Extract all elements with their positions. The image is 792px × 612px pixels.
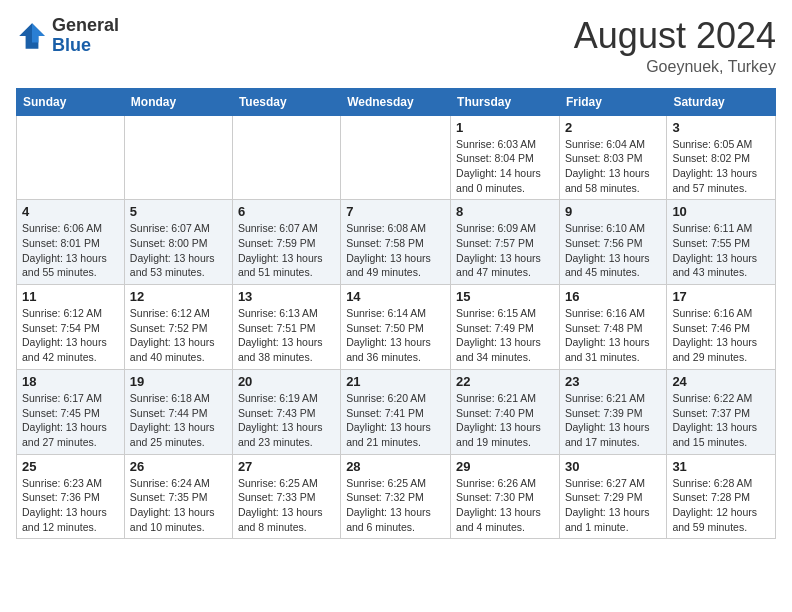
day-number: 8 <box>456 204 554 219</box>
day-info: Sunrise: 6:27 AMSunset: 7:29 PMDaylight:… <box>565 476 661 535</box>
day-info: Sunrise: 6:28 AMSunset: 7:28 PMDaylight:… <box>672 476 770 535</box>
day-cell: 4Sunrise: 6:06 AMSunset: 8:01 PMDaylight… <box>17 200 125 285</box>
day-number: 12 <box>130 289 227 304</box>
day-cell: 5Sunrise: 6:07 AMSunset: 8:00 PMDaylight… <box>124 200 232 285</box>
logo-general-text: General <box>52 16 119 36</box>
day-number: 22 <box>456 374 554 389</box>
title-area: August 2024 Goeynuek, Turkey <box>574 16 776 76</box>
day-info: Sunrise: 6:13 AMSunset: 7:51 PMDaylight:… <box>238 306 335 365</box>
day-cell: 14Sunrise: 6:14 AMSunset: 7:50 PMDayligh… <box>341 285 451 370</box>
day-info: Sunrise: 6:06 AMSunset: 8:01 PMDaylight:… <box>22 221 119 280</box>
location-subtitle: Goeynuek, Turkey <box>574 58 776 76</box>
day-info: Sunrise: 6:17 AMSunset: 7:45 PMDaylight:… <box>22 391 119 450</box>
day-info: Sunrise: 6:09 AMSunset: 7:57 PMDaylight:… <box>456 221 554 280</box>
day-number: 28 <box>346 459 445 474</box>
calendar-week-row: 25Sunrise: 6:23 AMSunset: 7:36 PMDayligh… <box>17 454 776 539</box>
empty-day-cell <box>232 115 340 200</box>
day-info: Sunrise: 6:18 AMSunset: 7:44 PMDaylight:… <box>130 391 227 450</box>
day-cell: 24Sunrise: 6:22 AMSunset: 7:37 PMDayligh… <box>667 369 776 454</box>
day-info: Sunrise: 6:07 AMSunset: 7:59 PMDaylight:… <box>238 221 335 280</box>
day-number: 30 <box>565 459 661 474</box>
day-info: Sunrise: 6:25 AMSunset: 7:33 PMDaylight:… <box>238 476 335 535</box>
day-cell: 3Sunrise: 6:05 AMSunset: 8:02 PMDaylight… <box>667 115 776 200</box>
svg-marker-1 <box>32 23 45 42</box>
calendar-week-row: 18Sunrise: 6:17 AMSunset: 7:45 PMDayligh… <box>17 369 776 454</box>
calendar-table: SundayMondayTuesdayWednesdayThursdayFrid… <box>16 88 776 540</box>
day-cell: 20Sunrise: 6:19 AMSunset: 7:43 PMDayligh… <box>232 369 340 454</box>
day-number: 21 <box>346 374 445 389</box>
day-info: Sunrise: 6:08 AMSunset: 7:58 PMDaylight:… <box>346 221 445 280</box>
day-info: Sunrise: 6:26 AMSunset: 7:30 PMDaylight:… <box>456 476 554 535</box>
day-info: Sunrise: 6:16 AMSunset: 7:46 PMDaylight:… <box>672 306 770 365</box>
day-number: 19 <box>130 374 227 389</box>
days-header-row: SundayMondayTuesdayWednesdayThursdayFrid… <box>17 88 776 115</box>
day-info: Sunrise: 6:24 AMSunset: 7:35 PMDaylight:… <box>130 476 227 535</box>
day-number: 13 <box>238 289 335 304</box>
day-cell: 13Sunrise: 6:13 AMSunset: 7:51 PMDayligh… <box>232 285 340 370</box>
logo-blue-text: Blue <box>52 36 119 56</box>
day-of-week-header: Sunday <box>17 88 125 115</box>
day-cell: 18Sunrise: 6:17 AMSunset: 7:45 PMDayligh… <box>17 369 125 454</box>
day-info: Sunrise: 6:11 AMSunset: 7:55 PMDaylight:… <box>672 221 770 280</box>
empty-day-cell <box>341 115 451 200</box>
day-number: 9 <box>565 204 661 219</box>
calendar-week-row: 11Sunrise: 6:12 AMSunset: 7:54 PMDayligh… <box>17 285 776 370</box>
day-cell: 7Sunrise: 6:08 AMSunset: 7:58 PMDaylight… <box>341 200 451 285</box>
day-cell: 28Sunrise: 6:25 AMSunset: 7:32 PMDayligh… <box>341 454 451 539</box>
empty-day-cell <box>124 115 232 200</box>
logo: General Blue <box>16 16 119 56</box>
day-number: 15 <box>456 289 554 304</box>
day-cell: 31Sunrise: 6:28 AMSunset: 7:28 PMDayligh… <box>667 454 776 539</box>
day-of-week-header: Wednesday <box>341 88 451 115</box>
day-info: Sunrise: 6:19 AMSunset: 7:43 PMDaylight:… <box>238 391 335 450</box>
empty-day-cell <box>17 115 125 200</box>
day-info: Sunrise: 6:21 AMSunset: 7:39 PMDaylight:… <box>565 391 661 450</box>
day-info: Sunrise: 6:25 AMSunset: 7:32 PMDaylight:… <box>346 476 445 535</box>
day-of-week-header: Thursday <box>451 88 560 115</box>
day-number: 26 <box>130 459 227 474</box>
day-cell: 19Sunrise: 6:18 AMSunset: 7:44 PMDayligh… <box>124 369 232 454</box>
day-cell: 1Sunrise: 6:03 AMSunset: 8:04 PMDaylight… <box>451 115 560 200</box>
day-number: 20 <box>238 374 335 389</box>
day-cell: 23Sunrise: 6:21 AMSunset: 7:39 PMDayligh… <box>559 369 666 454</box>
day-number: 1 <box>456 120 554 135</box>
day-of-week-header: Monday <box>124 88 232 115</box>
day-info: Sunrise: 6:05 AMSunset: 8:02 PMDaylight:… <box>672 137 770 196</box>
calendar-week-row: 1Sunrise: 6:03 AMSunset: 8:04 PMDaylight… <box>17 115 776 200</box>
day-number: 7 <box>346 204 445 219</box>
day-number: 4 <box>22 204 119 219</box>
day-number: 17 <box>672 289 770 304</box>
day-info: Sunrise: 6:10 AMSunset: 7:56 PMDaylight:… <box>565 221 661 280</box>
day-cell: 9Sunrise: 6:10 AMSunset: 7:56 PMDaylight… <box>559 200 666 285</box>
day-cell: 16Sunrise: 6:16 AMSunset: 7:48 PMDayligh… <box>559 285 666 370</box>
day-cell: 8Sunrise: 6:09 AMSunset: 7:57 PMDaylight… <box>451 200 560 285</box>
day-cell: 10Sunrise: 6:11 AMSunset: 7:55 PMDayligh… <box>667 200 776 285</box>
day-info: Sunrise: 6:12 AMSunset: 7:54 PMDaylight:… <box>22 306 119 365</box>
day-number: 31 <box>672 459 770 474</box>
day-number: 3 <box>672 120 770 135</box>
day-number: 24 <box>672 374 770 389</box>
day-cell: 15Sunrise: 6:15 AMSunset: 7:49 PMDayligh… <box>451 285 560 370</box>
day-info: Sunrise: 6:07 AMSunset: 8:00 PMDaylight:… <box>130 221 227 280</box>
day-cell: 29Sunrise: 6:26 AMSunset: 7:30 PMDayligh… <box>451 454 560 539</box>
day-info: Sunrise: 6:16 AMSunset: 7:48 PMDaylight:… <box>565 306 661 365</box>
month-year-title: August 2024 <box>574 16 776 56</box>
day-cell: 30Sunrise: 6:27 AMSunset: 7:29 PMDayligh… <box>559 454 666 539</box>
day-number: 16 <box>565 289 661 304</box>
day-cell: 27Sunrise: 6:25 AMSunset: 7:33 PMDayligh… <box>232 454 340 539</box>
day-info: Sunrise: 6:22 AMSunset: 7:37 PMDaylight:… <box>672 391 770 450</box>
page-header: General Blue August 2024 Goeynuek, Turke… <box>16 16 776 76</box>
day-number: 10 <box>672 204 770 219</box>
day-cell: 26Sunrise: 6:24 AMSunset: 7:35 PMDayligh… <box>124 454 232 539</box>
day-cell: 22Sunrise: 6:21 AMSunset: 7:40 PMDayligh… <box>451 369 560 454</box>
day-info: Sunrise: 6:20 AMSunset: 7:41 PMDaylight:… <box>346 391 445 450</box>
day-of-week-header: Saturday <box>667 88 776 115</box>
day-cell: 6Sunrise: 6:07 AMSunset: 7:59 PMDaylight… <box>232 200 340 285</box>
day-number: 2 <box>565 120 661 135</box>
day-info: Sunrise: 6:14 AMSunset: 7:50 PMDaylight:… <box>346 306 445 365</box>
day-number: 5 <box>130 204 227 219</box>
day-info: Sunrise: 6:04 AMSunset: 8:03 PMDaylight:… <box>565 137 661 196</box>
day-of-week-header: Tuesday <box>232 88 340 115</box>
day-info: Sunrise: 6:12 AMSunset: 7:52 PMDaylight:… <box>130 306 227 365</box>
day-number: 14 <box>346 289 445 304</box>
